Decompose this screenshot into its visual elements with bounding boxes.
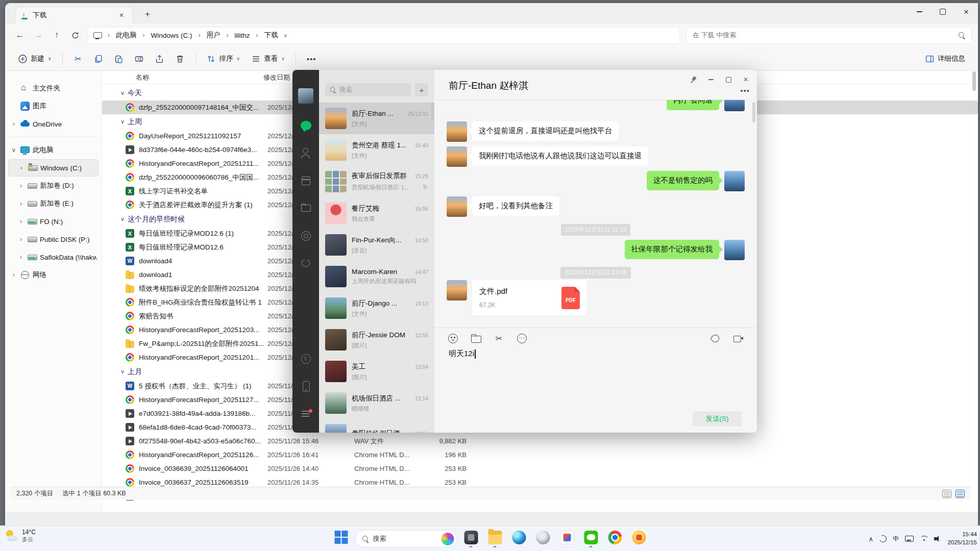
message-avatar[interactable] [447,121,467,142]
chat-list-scrollbar[interactable] [431,103,434,120]
video-call-icon[interactable] [733,333,744,344]
conversation-scrollbar[interactable] [752,102,755,122]
mini-program-icon[interactable] [300,353,311,364]
back-button[interactable]: ← [11,27,29,43]
sidebar-item[interactable]: 主文件夹 [8,80,99,97]
message-avatar[interactable] [724,171,745,191]
up-button[interactable]: ↑ [48,27,65,43]
chevron-right-icon[interactable]: › [10,271,17,279]
volume-icon[interactable] [934,536,941,542]
menu-icon[interactable] [300,408,311,419]
chat-files-tab[interactable] [300,203,311,214]
chevron-down-icon[interactable]: ∨ [282,33,287,38]
breadcrumb-user[interactable]: lilithz [233,31,252,40]
chats-tab[interactable] [300,120,311,131]
message-avatar[interactable] [447,196,467,217]
mobile-icon[interactable] [300,381,311,392]
taskbar-app-app-orange[interactable] [629,528,649,550]
sidebar-item[interactable]: ›网络 [8,266,99,284]
chevron-right-icon[interactable]: › [17,200,24,207]
taskbar-weather-widget[interactable]: 14°C 多云 [5,529,36,543]
send-file-icon[interactable] [471,333,481,344]
search-highlight-icon[interactable] [442,533,454,545]
view-button[interactable]: 查看 ∨ [247,51,289,67]
new-tab-button[interactable]: + [141,9,154,19]
details-view-toggle[interactable] [955,490,965,498]
network-icon[interactable] [920,536,928,542]
chat-list-item[interactable]: 机场假日酒店 ...13:14哩哩哩 [319,387,434,419]
chat-list-item[interactable]: 美工13:54[图片] [319,356,434,387]
taskbar-search[interactable]: 搜索 [355,530,457,547]
sidebar-item[interactable]: ›新加卷 (D:) [8,177,99,194]
wechat-maximize-button[interactable] [722,74,734,85]
chevron-right-icon[interactable]: › [18,164,25,171]
contacts-tab[interactable] [300,147,311,159]
file-row[interactable]: Invoice_0036639_202511260640012025/11/26… [102,462,978,475]
sidebar-item[interactable]: ›FO (N:) [8,213,99,230]
voice-call-icon[interactable] [710,333,721,344]
message-input[interactable]: 明天12i [434,344,757,364]
channels-tab[interactable] [300,258,311,269]
forward-button[interactable]: → [30,27,47,43]
sidebar-item[interactable]: ›Public DISK (P:) [8,231,99,248]
breadcrumb-downloads[interactable]: 下载 [262,30,280,41]
chat-list-item[interactable]: 贵阳机场假日酒...13:17 [319,419,434,433]
chevron-right-icon[interactable]: › [17,182,24,189]
copy-button[interactable] [89,51,108,67]
add-chat-button[interactable]: + [415,83,428,96]
ime-indicator[interactable]: 中 [893,535,899,543]
start-button[interactable] [331,528,352,550]
chat-list-item[interactable]: Marcom-Karen14:47上周开的房这周还能有吗 [319,261,434,292]
chevron-right-icon[interactable]: › [17,254,24,261]
favorites-tab[interactable] [300,175,311,186]
message-avatar[interactable] [724,240,745,260]
chat-list-item[interactable]: 前厅-Ethan ...25/12/11[文件] [319,103,434,134]
taskbar-app-app-grey[interactable] [533,528,553,550]
pin-icon[interactable] [688,74,700,85]
paste-button[interactable] [110,51,128,67]
sidebar-item[interactable]: ›新加卷 (E:) [8,195,99,212]
delete-button[interactable] [171,51,189,67]
sidebar-item[interactable]: ›Windows (C:) [8,159,99,177]
conversation-more-button[interactable]: ••• [740,86,750,95]
chevron-right-icon[interactable]: › [17,218,24,225]
send-button[interactable]: 发送(S) [693,411,742,427]
wechat-search-input[interactable]: 搜索 [325,83,411,96]
touch-keyboard-icon[interactable] [905,536,914,542]
hidden-icons-chevron[interactable]: ∧ [868,535,873,543]
message-bubble[interactable]: 这个提前退房，直接退吗还是叫他找平台 [472,121,619,141]
tab-close-icon[interactable]: ✕ [116,11,127,20]
chevron-down-icon[interactable]: ∨ [10,146,17,154]
taskbar-app-chrome-browser[interactable] [605,528,625,550]
message-bubble[interactable]: 内厅 会问退 [667,100,719,110]
taskbar-app-file-explorer[interactable] [485,528,505,550]
minimize-button[interactable] [908,3,931,20]
new-button[interactable]: 新建 ∨ [13,51,56,67]
close-button[interactable]: ✕ [954,3,978,20]
sidebar-item[interactable]: ›OneDrive [8,115,99,133]
chat-list-item[interactable]: 贵州空港 蔡瑶 1...15:40[文件] [319,134,434,166]
list-view-toggle[interactable] [942,490,951,498]
cut-button[interactable]: ✂ [69,51,87,67]
sync-icon[interactable] [879,535,887,542]
column-header-name[interactable]: 名称 [102,73,263,82]
chat-list-item[interactable]: 夜审后假日发票群15:25贵阳机场假日酒店: [... [319,166,434,197]
breadcrumb-this-pc[interactable]: 此电脑 [114,30,139,41]
scrollbar-thumb[interactable] [972,71,976,91]
share-button[interactable] [151,51,169,67]
user-avatar[interactable] [298,88,313,104]
emoji-icon[interactable] [448,333,458,344]
vertical-scrollbar[interactable] [971,71,977,485]
message-bubble[interactable]: 我刚刚打电话他说有人跟他说我们这边可以直接退 [472,146,648,166]
chat-list-item[interactable]: Fin-Pur-Ken向...14:50[语音] [319,229,434,261]
more-options-button[interactable]: ••• [302,51,321,67]
file-message-card[interactable]: 文件.pdf67.2KPDF [472,280,587,316]
taskbar-app-wechat[interactable] [581,528,601,550]
taskbar-app-snip-app[interactable] [461,528,481,550]
breadcrumb-drive-c[interactable]: Windows (C:) [149,31,194,40]
explorer-search-input[interactable]: 在 下载 中搜索 [686,27,972,44]
maximize-button[interactable] [931,3,954,20]
breadcrumb-users[interactable]: 用户 [205,30,223,41]
screenshot-icon[interactable]: ✂ [494,333,504,344]
wechat-minimize-button[interactable] [705,74,717,85]
